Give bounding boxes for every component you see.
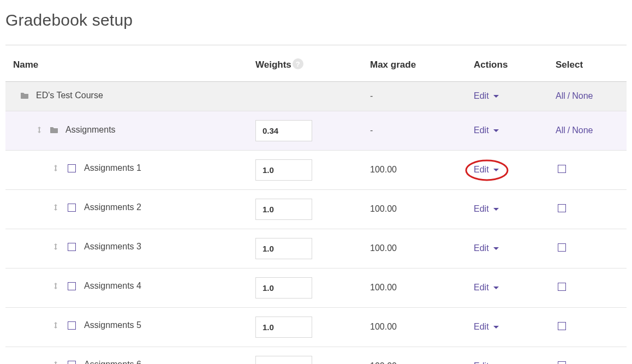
edit-dropdown[interactable]: Edit [474, 165, 499, 175]
item-label: Assignments 5 [84, 320, 141, 330]
max-grade-value: 100.00 [370, 283, 397, 292]
category-row: ED's Test Course-EditAll/None [5, 81, 627, 111]
highlight-annotation: Edit [474, 165, 499, 175]
weight-input[interactable] [255, 356, 312, 365]
edit-label: Edit [474, 204, 489, 214]
weight-input[interactable] [255, 159, 312, 181]
drag-handle-icon[interactable] [52, 203, 59, 212]
select-separator: / [565, 91, 572, 100]
select-row-checkbox[interactable] [558, 243, 566, 252]
drag-handle-icon[interactable] [52, 242, 59, 251]
weight-input[interactable] [255, 120, 312, 141]
drag-handle-icon[interactable] [52, 360, 59, 364]
row-move-checkbox[interactable] [68, 243, 76, 251]
caret-down-icon [493, 326, 499, 329]
select-none-link[interactable]: None [572, 91, 593, 100]
edit-dropdown[interactable]: Edit [474, 91, 499, 101]
category-label: Assignments [65, 125, 116, 135]
item-label: Assignments 6 [84, 360, 141, 364]
category-row: Assignments-EditAll/None [5, 111, 627, 150]
drag-handle-icon[interactable] [52, 321, 59, 330]
table-row: Assignments 1100.00Edit [5, 150, 627, 189]
folder-icon [49, 126, 59, 134]
item-label: Assignments 1 [84, 163, 141, 173]
edit-dropdown[interactable]: Edit [474, 322, 499, 332]
max-grade-value: 100.00 [370, 322, 397, 331]
table-row: Assignments 6100.00Edit [5, 347, 627, 364]
max-grade-value: - [370, 126, 373, 135]
drag-handle-icon[interactable] [52, 164, 59, 172]
drag-handle-icon[interactable] [36, 126, 43, 134]
gradebook-table: Name Weights? Max grade Actions Select E… [5, 45, 627, 364]
weights-header-label: Weights [255, 59, 291, 70]
select-separator: / [565, 126, 572, 135]
item-label: Assignments 2 [84, 202, 141, 212]
row-move-checkbox[interactable] [68, 321, 76, 330]
table-row: Assignments 2100.00Edit [5, 189, 627, 229]
select-all-link[interactable]: All [556, 91, 565, 100]
table-row: Assignments 4100.00Edit [5, 268, 627, 307]
caret-down-icon [493, 208, 499, 211]
edit-label: Edit [474, 361, 489, 364]
caret-down-icon [493, 287, 499, 289]
caret-down-icon [493, 247, 499, 250]
edit-dropdown[interactable]: Edit [474, 243, 499, 253]
category-label: ED's Test Course [36, 91, 103, 100]
weight-input[interactable] [255, 277, 312, 299]
select-row-checkbox[interactable] [558, 283, 566, 291]
edit-label: Edit [474, 91, 489, 101]
column-header-actions: Actions [469, 45, 551, 81]
edit-label: Edit [474, 322, 489, 332]
weight-input[interactable] [255, 199, 312, 220]
edit-label: Edit [474, 243, 489, 253]
table-row: Assignments 3100.00Edit [5, 229, 627, 268]
weight-input[interactable] [255, 317, 312, 338]
row-move-checkbox[interactable] [68, 204, 76, 212]
item-label: Assignments 3 [84, 242, 141, 252]
column-header-select: Select [551, 45, 627, 81]
item-label: Assignments 4 [84, 281, 141, 291]
table-row: Assignments 5100.00Edit [5, 307, 627, 347]
select-none-link[interactable]: None [572, 126, 593, 135]
caret-down-icon [493, 169, 499, 171]
edit-dropdown[interactable]: Edit [474, 126, 499, 135]
caret-down-icon [493, 95, 499, 98]
max-grade-value: 100.00 [370, 243, 397, 253]
edit-label: Edit [474, 283, 489, 293]
select-row-checkbox[interactable] [558, 165, 566, 173]
row-move-checkbox[interactable] [68, 361, 76, 364]
max-grade-value: 100.00 [370, 165, 397, 174]
select-row-checkbox[interactable] [558, 322, 566, 330]
column-header-name: Name [5, 45, 251, 81]
column-header-max: Max grade [366, 45, 469, 81]
max-grade-value: - [370, 91, 373, 100]
folder-icon [20, 91, 29, 100]
page-title: Gradebook setup [5, 11, 627, 29]
max-grade-value: 100.00 [370, 204, 397, 213]
edit-label: Edit [474, 126, 489, 135]
edit-label: Edit [474, 165, 489, 175]
select-row-checkbox[interactable] [558, 204, 566, 212]
max-grade-value: 100.00 [370, 361, 397, 364]
select-all-link[interactable]: All [556, 126, 565, 135]
select-row-checkbox[interactable] [558, 361, 566, 365]
edit-dropdown[interactable]: Edit [474, 361, 499, 364]
column-header-weights: Weights? [251, 45, 366, 81]
table-header-row: Name Weights? Max grade Actions Select [5, 45, 627, 81]
help-icon[interactable]: ? [293, 58, 303, 69]
edit-dropdown[interactable]: Edit [474, 204, 499, 214]
row-move-checkbox[interactable] [68, 164, 76, 172]
drag-handle-icon[interactable] [52, 282, 59, 290]
edit-dropdown[interactable]: Edit [474, 283, 499, 293]
row-move-checkbox[interactable] [68, 282, 76, 290]
caret-down-icon [493, 129, 499, 132]
weight-input[interactable] [255, 238, 312, 259]
